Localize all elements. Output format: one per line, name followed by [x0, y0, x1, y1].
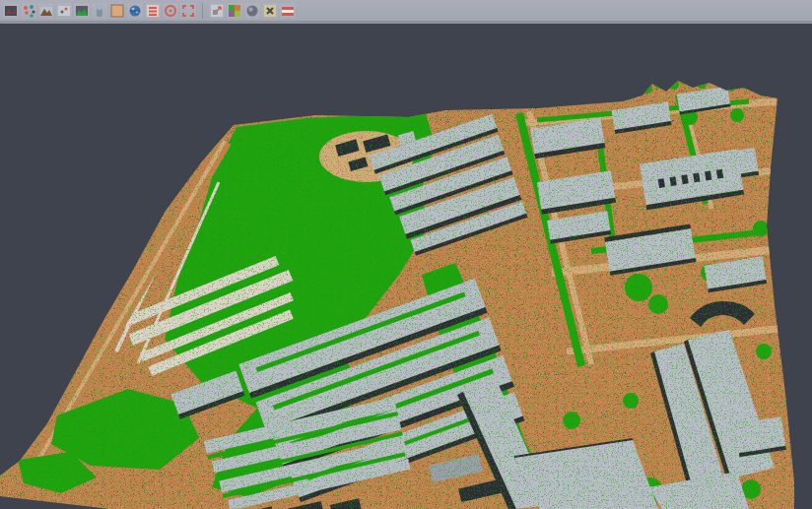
toolbar-separator — [202, 3, 203, 19]
main-toolbar — [0, 0, 812, 24]
rect-select-icon[interactable] — [180, 3, 196, 19]
ortho-image-icon[interactable] — [109, 3, 125, 19]
classified-points-icon[interactable] — [21, 3, 36, 19]
viewport-canvas[interactable] — [0, 27, 812, 509]
point-sample-icon[interactable] — [56, 3, 72, 19]
classification-view-icon[interactable] — [227, 3, 242, 19]
dark-terrain-tile-icon[interactable] — [3, 3, 19, 19]
application-window: { "palette": { "bg": "#3f434e", "toolbar… — [0, 0, 812, 509]
export-scene-icon[interactable] — [209, 3, 225, 19]
circle-select-icon[interactable] — [163, 3, 178, 19]
profile-tool-icon[interactable] — [92, 3, 107, 19]
red-layers-icon[interactable] — [145, 3, 161, 19]
striped-flag-icon[interactable] — [280, 3, 296, 19]
brown-terrain-icon[interactable] — [38, 3, 54, 19]
clear-cross-icon[interactable] — [262, 3, 278, 19]
pointcloud-noise-overlay — [0, 66, 812, 509]
shaded-sphere-icon[interactable] — [244, 3, 260, 19]
globe-view-icon[interactable] — [127, 3, 143, 19]
point-cloud-scene — [0, 27, 812, 509]
green-terrain-icon[interactable] — [74, 3, 90, 19]
